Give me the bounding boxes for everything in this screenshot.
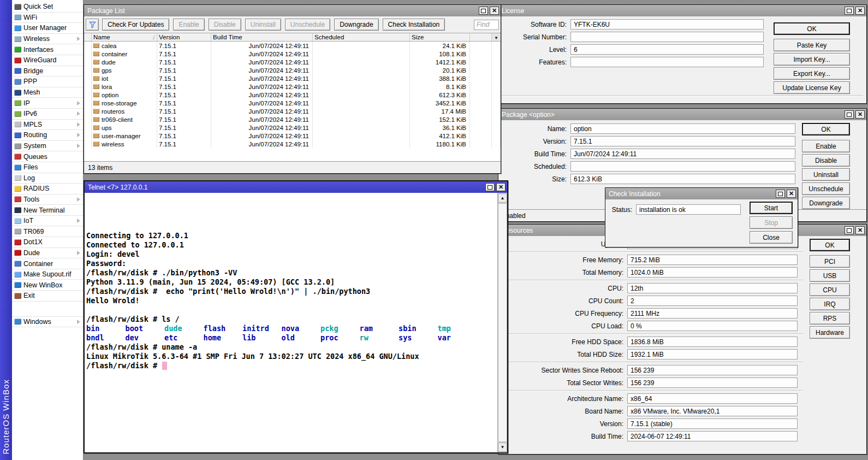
close-button[interactable]: Close xyxy=(750,231,793,244)
free-hdd-space-field[interactable]: 1836.8 MiB xyxy=(627,337,798,347)
sidebar-item-tools[interactable]: Tools xyxy=(12,194,83,205)
downgrade-button[interactable]: Downgrade xyxy=(802,197,850,209)
close-icon[interactable] xyxy=(855,7,865,15)
name-field[interactable]: option xyxy=(570,123,795,134)
telnet-titlebar[interactable]: Telnet <7> 127.0.0.1 xyxy=(85,181,507,193)
close-icon[interactable] xyxy=(855,110,865,119)
check-installation-button[interactable]: Check Installation xyxy=(383,19,445,31)
free-memory-field[interactable]: 715.2 MiB xyxy=(627,255,798,265)
sidebar-item-ppp[interactable]: PPP xyxy=(12,76,83,87)
maximize-button[interactable] xyxy=(845,110,854,119)
scroll-up-icon[interactable] xyxy=(498,193,507,203)
package-row-calea[interactable]: calea7.15.1Jun/07/2024 12:49:1124.1 KiB xyxy=(84,42,501,50)
close-icon[interactable] xyxy=(496,183,506,191)
sidebar-item-user-manager[interactable]: User Manager xyxy=(12,23,83,34)
column-dropdown-button[interactable] xyxy=(492,33,501,41)
enable-button[interactable]: Enable xyxy=(173,19,204,31)
uninstall-button[interactable]: Uninstall xyxy=(802,168,850,181)
sidebar-item-ip[interactable]: IP xyxy=(12,98,83,109)
cpu-button[interactable]: CPU xyxy=(810,284,850,296)
maximize-button[interactable] xyxy=(776,190,785,198)
maximize-button[interactable] xyxy=(479,7,488,15)
sidebar-item-interfaces[interactable]: Interfaces xyxy=(12,44,83,55)
close-icon[interactable] xyxy=(787,190,796,198)
filter-button[interactable] xyxy=(86,19,99,31)
ok-button[interactable]: OK xyxy=(774,22,850,35)
scroll-down-icon[interactable] xyxy=(498,443,507,452)
update-license-key-button[interactable]: Update License Key xyxy=(774,81,850,94)
serial-number-field[interactable] xyxy=(570,32,764,42)
disable-button[interactable]: Disable xyxy=(802,154,850,167)
uninstall-button[interactable]: Uninstall xyxy=(245,19,281,31)
features-field[interactable] xyxy=(570,57,764,67)
cpu-frequency-field[interactable]: 2111 MHz xyxy=(627,308,798,319)
unschedule-button[interactable]: Unschedule xyxy=(285,19,330,31)
close-icon[interactable] xyxy=(490,7,499,15)
package-row-ups[interactable]: ups7.15.1Jun/07/2024 12:49:1136.1 KiB xyxy=(84,123,501,132)
column-header-name[interactable]: Name xyxy=(92,33,157,41)
total-sector-writes-field[interactable]: 156 239 xyxy=(627,378,798,388)
start-button[interactable]: Start xyxy=(750,202,793,214)
software-id-field[interactable]: YFTK-EK6U xyxy=(570,19,764,30)
scheduled-field[interactable] xyxy=(570,161,795,172)
sidebar-item-new-terminal[interactable]: New Terminal xyxy=(12,205,83,216)
build-time-field[interactable]: Jun/07/2024 12:49:11 xyxy=(570,149,795,159)
sidebar-item-container[interactable]: Container xyxy=(12,258,83,269)
sidebar-item-bridge[interactable]: Bridge xyxy=(12,66,83,77)
maximize-button[interactable] xyxy=(845,7,854,15)
sidebar-item-wireguard[interactable]: WireGuard xyxy=(12,55,83,66)
downgrade-button[interactable]: Downgrade xyxy=(334,19,378,31)
export-key-button[interactable]: Export Key... xyxy=(774,67,850,80)
ok-button[interactable]: OK xyxy=(810,239,850,251)
board-name-field[interactable]: x86 VMware, Inc. VMware20,1 xyxy=(627,406,798,416)
close-icon[interactable] xyxy=(855,226,865,234)
sidebar-item-mesh[interactable]: Mesh xyxy=(12,87,83,98)
column-header-size[interactable]: Size xyxy=(410,33,470,41)
sidebar-item-radius[interactable]: RADIUS xyxy=(12,184,83,194)
maximize-button[interactable] xyxy=(485,183,495,191)
ok-button[interactable]: OK xyxy=(802,123,850,135)
package-row-wireless[interactable]: wireless7.15.1Jun/07/2024 12:49:111180.1… xyxy=(84,140,501,148)
version-field[interactable]: 7.15.1 xyxy=(570,136,795,146)
sidebar-item-routing[interactable]: Routing xyxy=(12,130,83,141)
maximize-button[interactable] xyxy=(845,226,854,234)
unschedule-button[interactable]: Unschedule xyxy=(802,182,850,195)
version-field[interactable]: 7.15.1 (stable) xyxy=(627,418,798,429)
pci-button[interactable]: PCI xyxy=(810,255,850,268)
sidebar-item-windows[interactable]: Windows xyxy=(12,317,83,328)
sidebar-item-iot[interactable]: IoT xyxy=(12,216,83,227)
sidebar-item-mpls[interactable]: MPLS xyxy=(12,120,83,131)
build-time-field[interactable]: 2024-06-07 12:49:11 xyxy=(627,431,798,441)
enable-button[interactable]: Enable xyxy=(802,140,850,152)
cpu-field[interactable]: 12th xyxy=(627,283,798,293)
package-row-option[interactable]: option7.15.1Jun/07/2024 12:49:11612.3 Ki… xyxy=(84,91,501,99)
status-field[interactable]: installation is ok xyxy=(636,204,741,215)
level-field[interactable]: 6 xyxy=(570,44,764,55)
sidebar-item-dude[interactable]: Dude xyxy=(12,248,83,259)
sidebar-item-wifi[interactable]: WiFi xyxy=(12,13,83,23)
package-row-gps[interactable]: gps7.15.1Jun/07/2024 12:49:1120.1 KiB xyxy=(84,66,501,74)
usb-button[interactable]: USB xyxy=(810,269,850,282)
total-hdd-size-field[interactable]: 1932.1 MiB xyxy=(627,349,798,359)
irq-button[interactable]: IRQ xyxy=(810,298,850,310)
find-input[interactable] xyxy=(474,20,499,30)
sidebar-item-make-supout-rif[interactable]: Make Supout.rif xyxy=(12,269,83,280)
cpu-load-field[interactable]: 0 % xyxy=(627,321,798,331)
package-row-user-manager[interactable]: user-manager7.15.1Jun/07/2024 12:49:1141… xyxy=(84,132,501,140)
package-row-routeros[interactable]: routeros7.15.1Jun/07/2024 12:49:1117.4 M… xyxy=(84,107,501,115)
package-row-container[interactable]: container7.15.1Jun/07/2024 12:49:11108.1… xyxy=(84,50,501,58)
sidebar-item-queues[interactable]: Queues xyxy=(12,151,83,162)
package-row-iot[interactable]: iot7.15.1Jun/07/2024 12:49:11388.1 KiB xyxy=(84,74,501,82)
column-header-build-time[interactable]: Build Time xyxy=(211,33,313,41)
sidebar-item-log[interactable]: Log xyxy=(12,173,83,184)
package-titlebar[interactable]: Package <option> xyxy=(498,109,866,120)
package-row-lora[interactable]: lora7.15.1Jun/07/2024 12:49:118.1 KiB xyxy=(84,82,501,91)
cpu-count-field[interactable]: 2 xyxy=(627,296,798,306)
sidebar-item-exit[interactable]: Exit xyxy=(12,291,83,302)
column-header-version[interactable]: Version xyxy=(157,33,211,41)
sidebar-item-tr069[interactable]: TR069 xyxy=(12,226,83,237)
size-field[interactable]: 612.3 KiB xyxy=(570,174,795,184)
package-list-titlebar[interactable]: Package List xyxy=(84,5,501,16)
architecture-name-field[interactable]: x86_64 xyxy=(627,393,798,404)
hardware-button[interactable]: Hardware xyxy=(810,326,850,339)
